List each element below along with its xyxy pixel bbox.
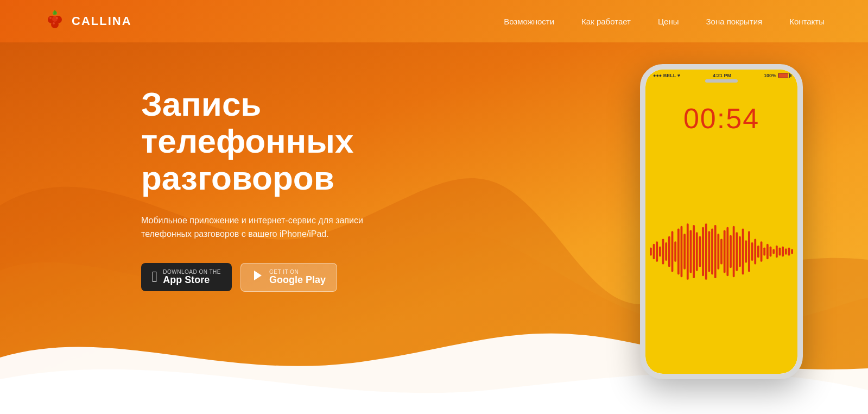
svg-rect-19 xyxy=(674,241,676,262)
logo-label: CALLINA xyxy=(72,14,132,28)
svg-rect-13 xyxy=(656,241,658,262)
svg-point-8 xyxy=(56,17,58,19)
googleplay-button-text: GET IT ON Google Play xyxy=(269,269,326,286)
logo: CALLINA xyxy=(43,10,132,33)
svg-rect-21 xyxy=(681,226,683,277)
svg-rect-51 xyxy=(772,249,775,254)
svg-rect-25 xyxy=(693,225,695,278)
svg-rect-54 xyxy=(782,247,784,257)
phone-shell: ●●● BELL ♥ 4:21 PM 100% 00:54 xyxy=(640,64,803,379)
svg-rect-14 xyxy=(659,247,661,257)
nav-item-contacts[interactable]: Контакты xyxy=(789,17,825,26)
svg-rect-41 xyxy=(742,229,744,275)
svg-rect-39 xyxy=(736,232,738,271)
svg-rect-48 xyxy=(763,247,765,255)
phone-timer: 00:54 xyxy=(645,80,797,146)
logo-icon xyxy=(43,10,66,33)
appstore-big-label: App Store xyxy=(163,275,221,286)
svg-rect-50 xyxy=(770,247,772,257)
nav-item-pricing[interactable]: Цены xyxy=(658,17,679,26)
svg-rect-31 xyxy=(711,229,713,275)
svg-rect-12 xyxy=(653,244,655,259)
svg-rect-46 xyxy=(757,246,759,258)
svg-rect-56 xyxy=(788,247,790,255)
svg-point-9 xyxy=(53,22,55,24)
battery-bar xyxy=(778,73,790,78)
phone-mockup: ●●● BELL ♥ 4:21 PM 100% 00:54 xyxy=(640,64,803,379)
play-icon xyxy=(252,269,264,285)
apple-icon:  xyxy=(152,268,157,286)
svg-rect-34 xyxy=(720,239,723,264)
svg-rect-26 xyxy=(696,232,698,271)
hero-content: Запись телефонных разговоров Мобильное п… xyxy=(0,42,380,335)
header: CALLINA Возможности Как работает Цены Зо… xyxy=(0,0,868,42)
svg-rect-16 xyxy=(665,242,667,261)
svg-rect-20 xyxy=(677,229,680,275)
nav-item-how[interactable]: Как работает xyxy=(581,17,631,26)
svg-rect-57 xyxy=(791,249,793,254)
svg-rect-35 xyxy=(724,230,726,273)
status-carrier: ●●● BELL ♥ xyxy=(653,73,680,78)
svg-rect-23 xyxy=(687,223,689,280)
svg-point-5 xyxy=(51,21,59,28)
svg-rect-36 xyxy=(726,227,728,277)
svg-rect-38 xyxy=(733,226,735,277)
store-buttons:  Download on the App Store GET IT ON Go… xyxy=(141,263,380,292)
hero-subtitle: Мобильное приложение и интернет-сервис д… xyxy=(141,214,369,241)
svg-rect-37 xyxy=(730,235,732,268)
googleplay-big-label: Google Play xyxy=(269,275,326,286)
svg-rect-15 xyxy=(662,239,664,264)
main-nav: Возможности Как работает Цены Зона покры… xyxy=(504,17,825,26)
nav-item-features[interactable]: Возможности xyxy=(504,17,554,26)
status-time: 4:21 PM xyxy=(713,73,731,78)
svg-rect-17 xyxy=(668,236,670,267)
status-battery: 100% xyxy=(764,73,790,78)
waveform-area xyxy=(645,146,797,374)
svg-rect-47 xyxy=(761,241,763,262)
nav-item-coverage[interactable]: Зона покрытия xyxy=(706,17,762,26)
svg-rect-27 xyxy=(699,236,701,267)
svg-rect-53 xyxy=(779,247,781,255)
svg-marker-10 xyxy=(254,271,262,280)
appstore-button[interactable]:  Download on the App Store xyxy=(141,263,232,291)
svg-rect-43 xyxy=(748,231,750,272)
svg-rect-55 xyxy=(785,248,787,254)
hero-section: Запись телефонных разговоров Мобильное п… xyxy=(0,42,868,414)
svg-rect-49 xyxy=(766,244,769,259)
svg-rect-44 xyxy=(751,242,753,261)
svg-rect-30 xyxy=(708,231,710,272)
svg-rect-29 xyxy=(705,223,707,280)
svg-rect-32 xyxy=(714,225,717,278)
phone-status-bar: ●●● BELL ♥ 4:21 PM 100% xyxy=(645,70,797,80)
phone-speaker xyxy=(705,79,738,83)
svg-rect-42 xyxy=(745,240,747,262)
svg-rect-45 xyxy=(754,239,756,264)
phone-screen: ●●● BELL ♥ 4:21 PM 100% 00:54 xyxy=(645,70,797,374)
svg-point-2 xyxy=(54,10,56,15)
svg-rect-52 xyxy=(776,246,778,258)
svg-rect-28 xyxy=(702,227,704,277)
appstore-button-text: Download on the App Store xyxy=(163,269,221,286)
svg-rect-40 xyxy=(739,236,741,267)
svg-rect-33 xyxy=(717,234,719,269)
waveform-svg xyxy=(650,219,793,284)
svg-point-7 xyxy=(49,17,52,19)
svg-rect-24 xyxy=(690,230,692,273)
svg-rect-18 xyxy=(671,231,674,272)
hero-title: Запись телефонных разговоров xyxy=(141,86,380,197)
svg-rect-11 xyxy=(650,247,652,255)
svg-rect-22 xyxy=(683,234,686,269)
googleplay-button[interactable]: GET IT ON Google Play xyxy=(240,263,337,292)
